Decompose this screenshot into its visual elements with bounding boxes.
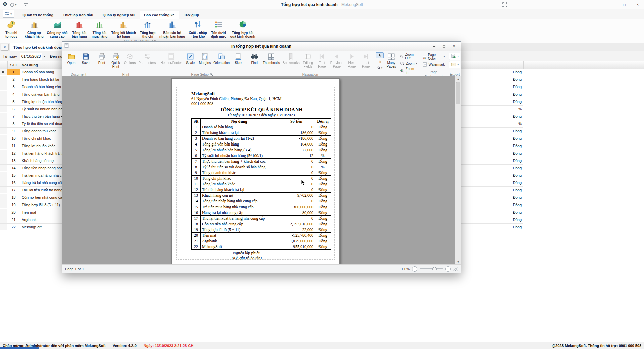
ton-duoi-dinh-muc-button[interactable]: Tồn dướiđịnh mức xyxy=(209,19,229,38)
from-date-input[interactable]: 01/10/2023 ▾ xyxy=(20,53,47,60)
line-bar-chart-icon xyxy=(143,20,152,30)
hand-tool-button[interactable] xyxy=(376,59,384,65)
printer-icon xyxy=(98,53,106,60)
tong-ket-khach-tra-hang-button[interactable]: Tổng kết kháchtrả hàng xyxy=(110,19,138,38)
export-document-button[interactable]: ▾ xyxy=(449,53,460,60)
maximize-button[interactable]: □ xyxy=(620,1,629,8)
zoom-slider[interactable] xyxy=(420,268,443,269)
next-page-button: Next Page xyxy=(345,52,359,68)
report-cell-unit: Đồng xyxy=(315,170,331,176)
zoom-out-button[interactable]: Zoom Out xyxy=(399,52,418,60)
dialog-minimize-button[interactable]: – xyxy=(429,43,439,50)
watermark-button[interactable]: A Watermark xyxy=(421,62,446,67)
chevron-down-icon: ▾ xyxy=(457,63,459,66)
ribbon-tab-bao-cao-thong-ke[interactable]: Báo cáo thống kê xyxy=(140,11,179,19)
print-button[interactable]: Print xyxy=(95,52,109,65)
report-cell-stt: 3 xyxy=(192,136,201,141)
calendar-dropdown-icon[interactable]: ▾ xyxy=(42,53,47,60)
find-button[interactable]: Find xyxy=(247,52,261,65)
fit-screen-icon[interactable] xyxy=(502,2,507,8)
zoom-slider-thumb[interactable] xyxy=(432,267,437,271)
application-window: V ▾ Tổng hợp kết quả kinh doanh- MekongS… xyxy=(0,0,644,349)
tong-hop-ket-qua-kinh-doanh-button[interactable]: Tổng hợp kếtquả kinh doanh xyxy=(229,19,257,38)
divider xyxy=(258,20,258,42)
next-page-icon xyxy=(348,53,356,60)
many-pages-button[interactable]: Many Pages xyxy=(384,52,398,68)
thumbnails-icon xyxy=(267,53,275,60)
row-unit: Đồng xyxy=(490,150,523,157)
preview-scrollbar[interactable]: ▲ ▼ xyxy=(455,76,461,265)
magnifier-tool-button[interactable]: ▾ xyxy=(376,65,384,71)
scrollbar-thumb[interactable] xyxy=(456,82,460,104)
pointer-tool-button[interactable] xyxy=(376,52,384,58)
ribbon-tab-quan-tri-he-thong[interactable]: Quản trị hệ thống xyxy=(18,11,58,19)
scroll-down-icon[interactable]: ▼ xyxy=(455,259,461,265)
report-row: 13 Khách hàng còn nợ 9,702,000 Đồng xyxy=(192,193,331,198)
zoom-dropdown-button[interactable]: Zoom ▾ xyxy=(399,61,418,66)
report-cell-content: Hàng trả lại nhà cung cấp xyxy=(201,210,278,216)
report-cell-unit: Đồng xyxy=(315,159,331,164)
ribbon-tab-tro-giup[interactable]: Trợ giúp xyxy=(180,11,203,19)
bao-cao-loi-nhuan-button[interactable]: Báo cáo lợinhuận bán hàng xyxy=(158,19,187,38)
send-email-button[interactable]: ▾ xyxy=(449,61,460,68)
tong-ket-mua-hang-button[interactable]: Tổng kếtmua hàng xyxy=(90,19,110,38)
green-bar-chart-icon xyxy=(95,20,104,30)
toolbar-group-document: Open Save Document xyxy=(64,52,93,77)
thu-chi-ton-quy-button[interactable]: $ Thu chitồn quỹ xyxy=(1,19,21,38)
report-cell-amount: 0 xyxy=(278,198,315,204)
customize-toolbar-icon[interactable] xyxy=(24,3,28,6)
zoom-plus-button[interactable]: + xyxy=(445,266,451,272)
scroll-up-icon[interactable]: ▲ xyxy=(455,76,461,81)
report-col-unit: Đơn vị xyxy=(315,119,331,124)
quick-access-button[interactable]: ▾ xyxy=(10,3,17,7)
report-cell-unit: Đồng xyxy=(315,176,331,181)
ribbon-tab-quan-ly-nghiep-vu[interactable]: Quản lý nghiệp vụ xyxy=(98,11,139,19)
report-row: 7 Thực thu tiền bán hàng + khách đặt cọc… xyxy=(192,159,331,164)
report-cell-unit: Đồng xyxy=(315,147,331,153)
report-cell-unit: Đồng xyxy=(315,204,331,210)
page-size-icon xyxy=(234,53,242,60)
report-cell-unit: Đồng xyxy=(315,227,331,233)
tong-ket-ban-hang-button[interactable]: Tổng kếtbán hàng xyxy=(69,19,90,38)
orientation-button[interactable]: Orientation xyxy=(212,52,231,65)
row-marker xyxy=(0,113,7,120)
save-button[interactable]: Save xyxy=(78,52,93,65)
page-color-button[interactable]: Page Color ▾ xyxy=(421,53,446,61)
first-page-button: First Page xyxy=(315,52,329,68)
close-tab-button[interactable]: × xyxy=(1,44,9,51)
dialog-close-button[interactable]: × xyxy=(449,43,459,50)
margins-button[interactable]: Margins xyxy=(198,52,212,65)
toolbar-group-page-setup: Header/Footer Scale Margins Orientation xyxy=(159,52,245,77)
thumbnails-button[interactable]: Thumbnails xyxy=(261,52,281,65)
report-cell-unit: Đồng xyxy=(315,141,331,147)
size-button[interactable]: Size xyxy=(231,52,245,65)
report-phone: 0901 000 508 xyxy=(191,101,331,106)
report-cell-content: Còn nợ tiền nhà cung cấp xyxy=(201,221,278,227)
row-marker xyxy=(0,135,7,142)
bookmarks-button: Bookmarks xyxy=(281,52,301,65)
cong-no-khach-hang-button[interactable]: Công nợkhách hàng xyxy=(23,19,45,38)
zoom-in-button[interactable]: Zoom In xyxy=(399,67,418,75)
open-button[interactable]: Open xyxy=(64,52,78,65)
resize-grip[interactable] xyxy=(453,267,458,271)
row-unit: Đồng xyxy=(490,69,523,75)
divider xyxy=(523,61,524,69)
report-cell-amount: 0 xyxy=(278,187,315,193)
dialog-maximize-button[interactable]: □ xyxy=(439,43,449,50)
divider xyxy=(22,20,22,42)
scale-button[interactable]: Scale xyxy=(183,52,198,65)
ribbon-tab-thiet-lap-ban-dau[interactable]: Thiết lập ban đầu xyxy=(58,11,97,19)
close-button[interactable]: × xyxy=(633,1,642,8)
quick-print-button[interactable]: Quick Print xyxy=(109,52,123,68)
minimize-button[interactable]: – xyxy=(606,1,615,8)
app-menu-button[interactable]: ▾ xyxy=(3,10,14,18)
chevron-down-icon: ▾ xyxy=(10,12,12,16)
previous-page-button: Previous Page xyxy=(329,52,345,68)
report-cell-content: Tổng chi phí khác xyxy=(201,176,278,181)
chevron-down-icon: ▾ xyxy=(15,3,17,6)
cong-no-nha-cung-cap-button[interactable]: Công nợ nhàcung cấp xyxy=(45,19,69,38)
tong-hop-thu-chi-button[interactable]: Tổng hợpthu chi xyxy=(138,19,158,38)
xuat-nhap-ton-kho-button[interactable]: Xuất - nhập- tồn kho xyxy=(187,19,208,38)
zoom-minus-button[interactable]: − xyxy=(412,266,417,272)
options-button: Options xyxy=(123,52,137,65)
